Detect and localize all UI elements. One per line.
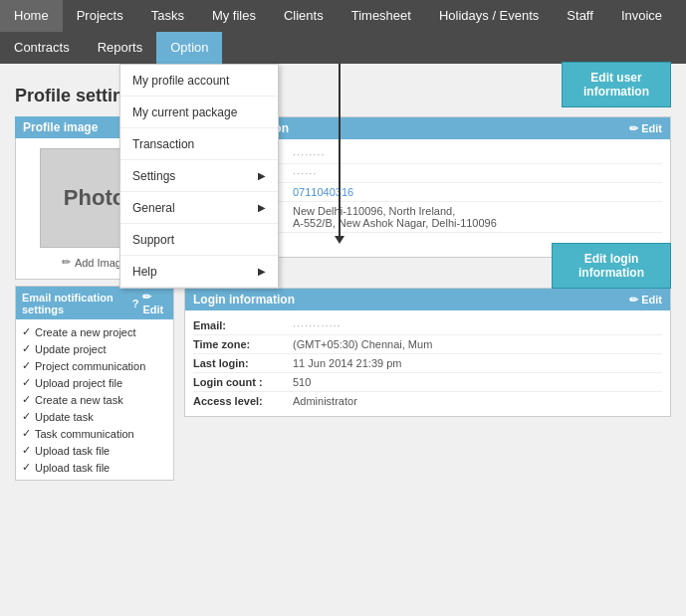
dropdown-help[interactable]: Help▶: [120, 256, 278, 288]
dropdown-transaction[interactable]: Transaction: [120, 128, 278, 160]
top-nav: Home Projects Tasks My files Clients Tim…: [0, 0, 686, 64]
info-row-timezone: Time zone: (GMT+05:30) Chennai, Mum: [193, 335, 662, 354]
list-item: ✓Update task: [22, 408, 167, 425]
dropdown-general[interactable]: General▶: [120, 192, 278, 224]
email-notif-icons: ? ✏ Edit: [132, 291, 167, 315]
nav-reports[interactable]: Reports: [84, 32, 157, 64]
nav-myfiles[interactable]: My files: [198, 0, 270, 32]
email-notification-box: Email notification settings ? ✏ Edit ✓Cr…: [15, 286, 174, 481]
login-info-table: Email: ············ Time zone: (GMT+05:3…: [185, 310, 670, 416]
login-info-header: Login information ✏ Edit: [185, 289, 670, 310]
list-item: ✓Project communication: [22, 357, 167, 374]
nav-home[interactable]: Home: [0, 0, 63, 32]
email-notification-header: Email notification settings ? ✏ Edit: [16, 287, 173, 319]
info-row-accesslevel: Access level: Administrator: [193, 392, 662, 410]
list-item: ✓Create a new task: [22, 391, 167, 408]
nav-tasks[interactable]: Tasks: [137, 0, 198, 32]
list-item: ✓Create a new project: [22, 323, 167, 340]
arrow-icon: ▶: [258, 192, 266, 224]
nav-holidays[interactable]: Holidays / Events: [425, 0, 553, 32]
email-notification-list: ✓Create a new project ✓Update project ✓P…: [16, 319, 173, 480]
user-info-edit-button[interactable]: ✏ Edit: [629, 122, 662, 135]
nav-clients[interactable]: Clients: [270, 0, 338, 32]
list-item: ✓Task communication: [22, 425, 167, 442]
edit-pencil-icon: ✏: [629, 294, 638, 307]
dropdown-settings[interactable]: Settings▶: [120, 160, 278, 192]
list-item: ✓Upload task file: [22, 459, 167, 476]
list-item: ✓Upload project file: [22, 374, 167, 391]
edit-pencil-icon: ✏: [629, 122, 638, 135]
edit-user-callout: Edit userinformation: [562, 62, 671, 107]
nav-contracts[interactable]: Contracts: [0, 32, 84, 64]
nav-timesheet[interactable]: Timesheet: [338, 0, 425, 32]
nav-option[interactable]: Option: [156, 32, 222, 64]
info-row-logincount: Login count : 510: [193, 373, 662, 392]
nav-projects[interactable]: Projects: [63, 0, 137, 32]
pencil-icon: ✏: [62, 256, 71, 269]
list-item: ✓Update project: [22, 340, 167, 357]
dropdown-current-package[interactable]: My current package: [120, 97, 278, 128]
arrow-icon: ▶: [258, 160, 266, 192]
nav-invoice[interactable]: Invoice: [607, 0, 676, 32]
list-item: ✓Upload task file: [22, 442, 167, 459]
option-dropdown: My profile account My current package Tr…: [119, 64, 279, 289]
edit-icon[interactable]: ✏ Edit: [142, 291, 167, 315]
dropdown-my-profile[interactable]: My profile account: [120, 65, 278, 97]
info-row-lastlogin: Last login: 11 Jun 2014 21:39 pm: [193, 354, 662, 373]
question-icon[interactable]: ?: [132, 298, 139, 309]
add-image-link[interactable]: ✏ Add Image: [62, 256, 127, 269]
nav-staff[interactable]: Staff: [553, 0, 607, 32]
edit-login-callout: Edit logininformation: [552, 243, 671, 289]
login-info-edit-button[interactable]: ✏ Edit: [629, 294, 662, 307]
dropdown-support[interactable]: Support: [120, 224, 278, 256]
info-row-email: Email: ············: [193, 316, 662, 335]
login-info-section: Login information ✏ Edit Email: ········…: [184, 288, 671, 417]
arrow-icon: ▶: [258, 256, 266, 288]
